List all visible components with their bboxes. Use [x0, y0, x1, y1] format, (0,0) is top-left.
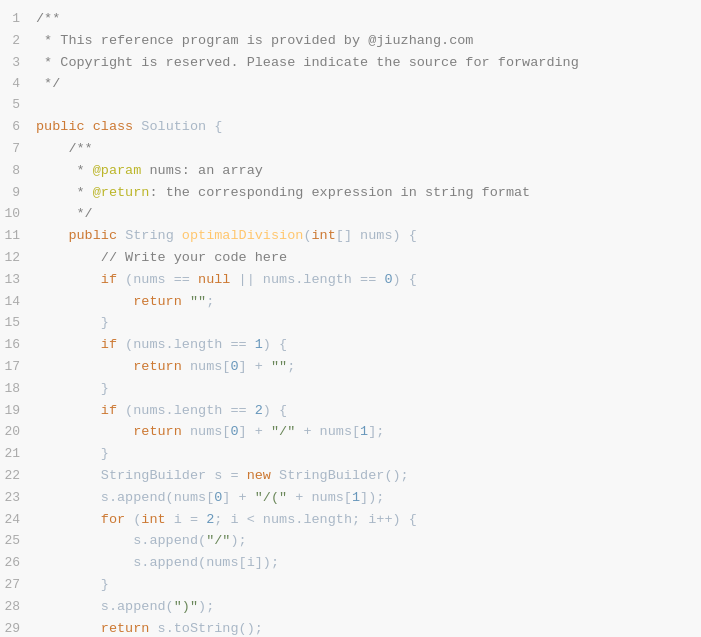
- token: [36, 599, 101, 614]
- code-content: }: [36, 378, 689, 400]
- code-line: 26 s.append(nums[i]);: [0, 552, 701, 574]
- line-number: 15: [0, 313, 36, 334]
- code-line: 16 if (nums.length == 1) {: [0, 334, 701, 356]
- token: @param: [93, 163, 142, 178]
- line-number: 24: [0, 510, 36, 531]
- token: return: [133, 294, 190, 309]
- token: StringBuilder: [279, 468, 384, 483]
- code-line: 1/**: [0, 8, 701, 30]
- token: 1: [360, 424, 368, 439]
- line-number: 2: [0, 31, 36, 52]
- token: for: [101, 512, 125, 527]
- token: [36, 272, 101, 287]
- token: if: [101, 337, 117, 352]
- token: ;: [206, 294, 214, 309]
- line-number: 23: [0, 488, 36, 509]
- token: int: [141, 512, 165, 527]
- code-line: 17 return nums[0] + "";: [0, 356, 701, 378]
- token: s.append(nums[i]);: [133, 555, 279, 570]
- token: public: [36, 119, 93, 134]
- code-content: return "";: [36, 291, 689, 313]
- token: s.toString();: [158, 621, 263, 636]
- token: nums[: [190, 424, 231, 439]
- token: 2: [255, 403, 263, 418]
- code-content: return nums[0] + "/" + nums[1];: [36, 421, 689, 443]
- token: s.append(: [101, 599, 174, 614]
- token: [36, 337, 101, 352]
- line-number: 11: [0, 226, 36, 247]
- token: "/": [271, 424, 295, 439]
- line-number: 17: [0, 357, 36, 378]
- code-content: s.append(")");: [36, 596, 689, 618]
- code-content: }: [36, 312, 689, 334]
- code-content: */: [36, 73, 689, 95]
- code-content: StringBuilder s = new StringBuilder();: [36, 465, 689, 487]
- token: : the corresponding expression in string…: [149, 185, 530, 200]
- code-content: * @return: the corresponding expression …: [36, 182, 689, 204]
- code-line: 21 }: [0, 443, 701, 465]
- code-content: return s.toString();: [36, 618, 689, 637]
- line-number: 10: [0, 204, 36, 225]
- token: 1: [352, 490, 360, 505]
- token: [] nums) {: [336, 228, 417, 243]
- token: nums[: [190, 359, 231, 374]
- token: */: [36, 206, 93, 221]
- token: ();: [384, 468, 408, 483]
- line-number: 16: [0, 335, 36, 356]
- token: return: [133, 359, 190, 374]
- token: );: [230, 533, 246, 548]
- line-number: 28: [0, 597, 36, 618]
- token: */: [36, 76, 60, 91]
- token: /**: [36, 11, 60, 26]
- token: [36, 228, 68, 243]
- token: 1: [255, 337, 263, 352]
- token: [36, 468, 101, 483]
- token: [36, 555, 133, 570]
- line-number: 18: [0, 379, 36, 400]
- line-number: 22: [0, 466, 36, 487]
- token: [36, 533, 133, 548]
- line-number: 1: [0, 9, 36, 30]
- token: ) {: [263, 403, 287, 418]
- token: i =: [166, 512, 207, 527]
- token: @return: [93, 185, 150, 200]
- token: }: [36, 446, 109, 461]
- token: s.append(: [133, 533, 206, 548]
- code-container: 1/**2 * This reference program is provid…: [0, 0, 701, 637]
- token: [36, 403, 101, 418]
- code-content: s.append(nums[0] + "/(" + nums[1]);: [36, 487, 689, 509]
- token: return: [133, 424, 190, 439]
- line-number: 21: [0, 444, 36, 465]
- code-content: * @param nums: an array: [36, 160, 689, 182]
- code-content: if (nums.length == 2) {: [36, 400, 689, 422]
- code-line: 5: [0, 95, 701, 116]
- code-content: /**: [36, 8, 689, 30]
- line-number: 27: [0, 575, 36, 596]
- code-content: /**: [36, 138, 689, 160]
- code-content: for (int i = 2; i < nums.length; i++) {: [36, 509, 689, 531]
- code-line: 19 if (nums.length == 2) {: [0, 400, 701, 422]
- token: "/": [206, 533, 230, 548]
- code-content: public class Solution {: [36, 116, 689, 138]
- code-content: public String optimalDivision(int[] nums…: [36, 225, 689, 247]
- line-number: 19: [0, 401, 36, 422]
- token: || nums.length ==: [230, 272, 384, 287]
- code-content: * Copyright is reserved. Please indicate…: [36, 52, 689, 74]
- code-line: 6public class Solution {: [0, 116, 701, 138]
- code-content: }: [36, 574, 689, 596]
- code-line: 4 */: [0, 73, 701, 95]
- token: ")": [174, 599, 198, 614]
- token: public: [68, 228, 125, 243]
- code-line: 2 * This reference program is provided b…: [0, 30, 701, 52]
- token: ];: [368, 424, 384, 439]
- code-line: 9 * @return: the corresponding expressio…: [0, 182, 701, 204]
- token: );: [198, 599, 214, 614]
- line-number: 5: [0, 95, 36, 116]
- token: String: [125, 228, 182, 243]
- token: [36, 512, 101, 527]
- code-line: 8 * @param nums: an array: [0, 160, 701, 182]
- code-content: // Write your code here: [36, 247, 689, 269]
- token: 0: [230, 359, 238, 374]
- line-number: 6: [0, 117, 36, 138]
- line-number: 4: [0, 74, 36, 95]
